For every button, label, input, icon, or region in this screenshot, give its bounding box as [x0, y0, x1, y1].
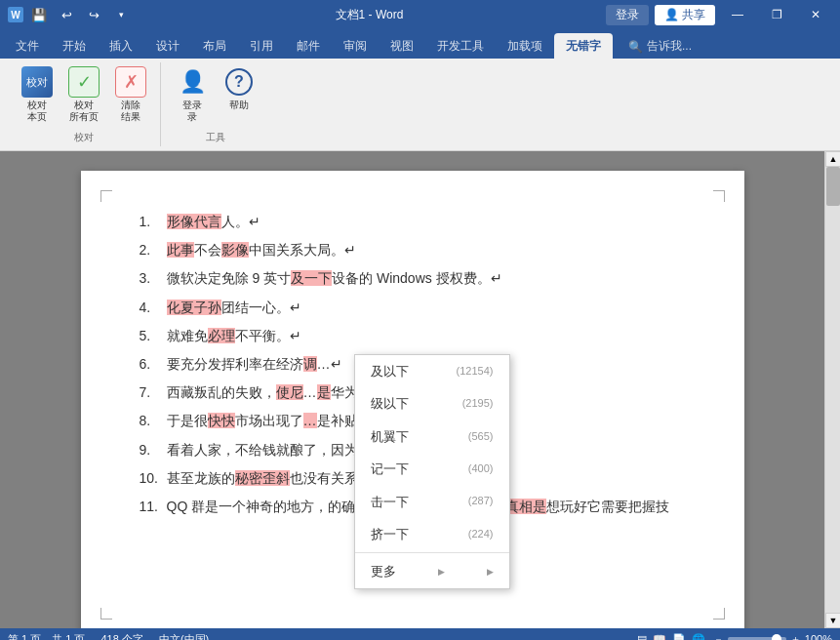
- layout-icon[interactable]: ▤: [637, 633, 647, 641]
- login-button[interactable]: 登录: [606, 5, 649, 25]
- status-icons: ▤ 📖 📄 🌐: [637, 633, 705, 641]
- scroll-thumb[interactable]: [826, 167, 840, 206]
- ctx-submenu-arrow: ▶: [438, 564, 445, 580]
- redo-button[interactable]: ↪: [82, 3, 105, 26]
- minimize-button[interactable]: —: [721, 0, 754, 29]
- close-button[interactable]: ✕: [799, 0, 832, 29]
- list-text-4: 化夏子孙团结一心。↵: [167, 296, 686, 320]
- document-content: 1. 形像代言人。↵ 2. 此事不会影像中国关系大局。↵ 3. 微软决定免除 9…: [140, 210, 686, 519]
- proof-page-button[interactable]: 校对 校对本页: [16, 62, 59, 127]
- language: 中文(中国): [159, 632, 209, 641]
- corner-tl: [100, 190, 112, 202]
- tab-view[interactable]: 视图: [379, 33, 425, 59]
- title-bar: W 💾 ↩ ↪ ▾ 文档1 - Word 登录 👤 共享 — ❐ ✕: [0, 0, 840, 29]
- tab-layout[interactable]: 布局: [191, 33, 238, 59]
- scroll-up-button[interactable]: ▲: [825, 151, 840, 167]
- ctx-item-jiyixia1[interactable]: 及以下 (12154): [355, 355, 509, 387]
- clear-results-button[interactable]: ✗ 清除结果: [109, 62, 152, 127]
- ctx-item-jiyixia2[interactable]: 级以下 (2195): [355, 387, 509, 420]
- title-bar-right: 登录 👤 共享 — ❐ ✕: [606, 0, 832, 29]
- status-bar: 第 1 页，共 1 页 418 个字 中文(中国) ▤ 📖 📄 🌐 － ＋ 10…: [0, 628, 840, 640]
- tab-design[interactable]: 设计: [144, 33, 191, 59]
- zoom-out-icon[interactable]: －: [713, 632, 724, 641]
- scroll-down-button[interactable]: ▼: [825, 613, 840, 628]
- scroll-track[interactable]: [825, 167, 840, 613]
- zoom-in-icon[interactable]: ＋: [790, 632, 801, 641]
- word-icon: W: [8, 7, 23, 22]
- tab-insert[interactable]: 插入: [98, 33, 144, 59]
- list-item: 4. 化夏子孙团结一心。↵: [140, 296, 686, 320]
- tab-mailings[interactable]: 邮件: [285, 33, 332, 59]
- ctx-count-5: (287): [468, 492, 494, 511]
- list-item: 2. 此事不会影像中国关系大局。↵: [140, 238, 686, 262]
- tell-me-bar[interactable]: 🔍 告诉我...: [620, 34, 700, 59]
- login-tool-button[interactable]: 👤 登录录: [171, 62, 214, 127]
- help-button[interactable]: ? 帮助: [218, 62, 260, 115]
- ctx-item-more[interactable]: 更多 ▶: [355, 555, 509, 587]
- ctx-item-jiyixia5[interactable]: 击一下 (287): [355, 486, 509, 518]
- help-icon: ?: [223, 66, 255, 98]
- quick-access-dropdown[interactable]: ▾: [109, 3, 133, 26]
- tab-references[interactable]: 引用: [238, 33, 285, 59]
- tab-developer[interactable]: 开发工具: [425, 33, 496, 59]
- document-container: 1. 形像代言人。↵ 2. 此事不会影像中国关系大局。↵ 3. 微软决定免除 9…: [0, 151, 840, 628]
- document-area: 1. 形像代言人。↵ 2. 此事不会影像中国关系大局。↵ 3. 微软决定免除 9…: [0, 151, 824, 628]
- ctx-count-1: (12154): [457, 362, 494, 381]
- list-num-4: 4.: [140, 296, 167, 320]
- save-button[interactable]: 💾: [27, 3, 51, 26]
- ribbon-tabs: 文件 开始 插入 设计 布局 引用 邮件 审阅 视图 开发工具 加载项 无错字 …: [0, 29, 840, 59]
- list-num-8: 8.: [140, 409, 167, 433]
- ctx-label-1: 及以下: [371, 360, 409, 382]
- tab-review[interactable]: 审阅: [332, 33, 379, 59]
- ctx-count-3: (565): [468, 427, 494, 447]
- search-icon: 🔍: [628, 40, 643, 54]
- ctx-item-jiyixia4[interactable]: 记一下 (400): [355, 453, 509, 485]
- restore-button[interactable]: ❐: [760, 0, 793, 29]
- proof-all-label: 校对所有页: [69, 100, 99, 123]
- proof-all-icon: ✓: [68, 66, 100, 98]
- ctx-label-more: 更多: [371, 560, 396, 582]
- corner-bl: [100, 608, 112, 620]
- document-page: 1. 形像代言人。↵ 2. 此事不会影像中国关系大局。↵ 3. 微软决定免除 9…: [81, 171, 744, 628]
- list-num-5: 5.: [140, 324, 167, 348]
- tab-addins[interactable]: 加载项: [496, 33, 554, 59]
- tab-file[interactable]: 文件: [4, 33, 51, 59]
- share-person-icon: 👤: [664, 8, 679, 21]
- help-label: 帮助: [229, 100, 249, 111]
- web-layout-icon[interactable]: 🌐: [692, 633, 705, 641]
- title-bar-left: W 💾 ↩ ↪ ▾: [8, 3, 133, 26]
- ctx-count-4: (400): [468, 460, 494, 479]
- page-info: 第 1 页，共 1 页: [8, 632, 85, 641]
- zoom-bar: － ＋ 100%: [713, 632, 832, 641]
- list-num-10: 10.: [140, 466, 167, 491]
- share-button[interactable]: 👤 共享: [655, 5, 715, 25]
- read-mode-icon[interactable]: 📖: [653, 633, 666, 641]
- ctx-label-3: 机翼下: [371, 425, 409, 448]
- ctx-label-4: 记一下: [371, 458, 409, 480]
- status-left: 第 1 页，共 1 页 418 个字 中文(中国): [8, 632, 621, 641]
- list-text-1: 形像代言人。↵: [167, 210, 686, 234]
- list-text-2: 此事不会影像中国关系大局。↵: [167, 238, 686, 262]
- list-num-6: 6.: [140, 352, 167, 377]
- login-person-icon: 👤: [177, 66, 208, 98]
- proofread-group-label: 校对: [72, 129, 96, 146]
- clear-results-icon: ✗: [115, 66, 146, 98]
- ctx-count-2: (2195): [462, 394, 494, 414]
- tab-home[interactable]: 开始: [51, 33, 98, 59]
- ribbon-group-tools: 👤 登录录 ? 帮助 工具: [163, 62, 268, 146]
- window-title: 文档1 - Word: [133, 7, 606, 23]
- list-num-11: 11.: [140, 495, 167, 519]
- ctx-item-jiyixia3[interactable]: 机翼下 (565): [355, 420, 509, 453]
- ctx-item-jiyixia6[interactable]: 挤一下 (224): [355, 518, 509, 550]
- undo-button[interactable]: ↩: [55, 3, 78, 26]
- list-num-1: 1.: [140, 210, 167, 234]
- tab-proofreading[interactable]: 无错字: [554, 33, 613, 59]
- print-layout-icon[interactable]: 📄: [672, 633, 686, 641]
- ctx-label-6: 挤一下: [371, 523, 409, 545]
- proof-all-button[interactable]: ✓ 校对所有页: [62, 62, 105, 127]
- proof-page-label: 校对本页: [27, 100, 47, 123]
- corner-tr: [713, 190, 725, 202]
- ctx-label-2: 级以下: [371, 392, 409, 415]
- list-text-5: 就难免必理不平衡。↵: [167, 324, 686, 348]
- tools-group-label: 工具: [204, 129, 227, 146]
